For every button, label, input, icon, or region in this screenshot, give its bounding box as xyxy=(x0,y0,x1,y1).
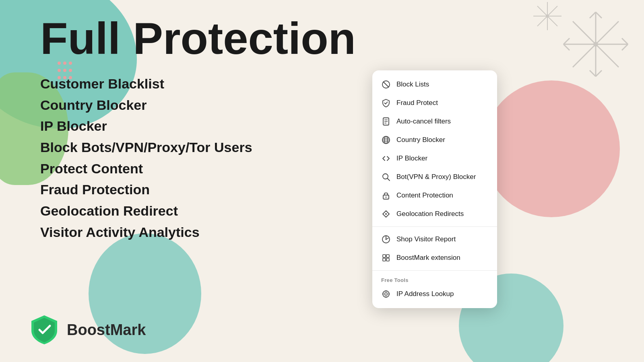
page-title: Full Protection xyxy=(40,16,523,61)
logo-icon xyxy=(28,314,60,346)
menu-item-fraud-protect-label: Fraud Protect xyxy=(396,99,438,107)
diamond-icon xyxy=(381,209,391,219)
menu-item-country-blocker[interactable]: Country Blocker xyxy=(372,131,497,149)
menu-item-ip-blocker-label: IP Blocker xyxy=(396,154,427,162)
menu-item-auto-cancel[interactable]: Auto-cancel filters xyxy=(372,112,497,131)
svg-line-7 xyxy=(596,70,602,76)
svg-rect-37 xyxy=(386,255,389,257)
menu-item-auto-cancel-label: Auto-cancel filters xyxy=(396,117,451,125)
stats-icon xyxy=(381,234,391,244)
menu-item-bot-blocker[interactable]: Bot(VPN & Proxy) Blocker xyxy=(372,168,497,186)
menu-item-block-lists[interactable]: Block Lists xyxy=(372,75,497,94)
svg-line-11 xyxy=(622,44,628,50)
svg-line-6 xyxy=(590,70,596,76)
menu-item-ip-blocker[interactable]: IP Blocker xyxy=(372,149,497,168)
menu-item-geolocation-redirects[interactable]: Geolocation Redirects xyxy=(372,205,497,223)
menu-item-boostmark-extension-label: BoostMark extension xyxy=(396,254,460,262)
lock-icon xyxy=(381,191,391,200)
svg-line-15 xyxy=(537,6,557,26)
menu-item-content-protection[interactable]: Content Protection xyxy=(372,186,497,205)
menu-item-boostmark-extension[interactable]: BoostMark extension xyxy=(372,249,497,267)
svg-line-10 xyxy=(622,38,628,44)
grid-icon xyxy=(381,253,391,263)
menu-item-shop-visitor-report[interactable]: Shop Visitor Report xyxy=(372,230,497,249)
menu-item-fraud-protect[interactable]: Fraud Protect xyxy=(372,94,497,112)
svg-point-33 xyxy=(385,213,387,215)
menu-item-shop-visitor-report-label: Shop Visitor Report xyxy=(396,235,456,243)
svg-point-17 xyxy=(546,14,549,18)
svg-line-3 xyxy=(573,21,619,67)
block-icon xyxy=(381,80,391,89)
globe-icon xyxy=(381,135,391,145)
menu-item-content-protection-label: Content Protection xyxy=(396,191,453,200)
menu-divider-2 xyxy=(372,270,497,271)
code-icon xyxy=(381,154,391,163)
svg-line-5 xyxy=(596,12,602,18)
svg-line-16 xyxy=(537,6,557,26)
menu-divider-1 xyxy=(372,226,497,227)
svg-point-35 xyxy=(386,239,387,240)
svg-line-2 xyxy=(573,21,619,67)
svg-point-46 xyxy=(386,294,387,295)
menu-item-block-lists-label: Block Lists xyxy=(396,80,429,88)
svg-line-4 xyxy=(590,12,596,18)
snowflake-decoration xyxy=(523,0,644,105)
menu-item-ip-address-lookup[interactable]: IP Address Lookup xyxy=(372,285,497,303)
svg-point-32 xyxy=(386,197,387,198)
shield-check-icon xyxy=(381,98,391,108)
svg-line-9 xyxy=(564,44,570,50)
target-icon xyxy=(381,289,391,299)
search-icon xyxy=(381,172,391,182)
menu-item-country-blocker-label: Country Blocker xyxy=(396,136,445,144)
menu-item-ip-address-lookup-label: IP Address Lookup xyxy=(396,290,454,298)
svg-rect-36 xyxy=(383,255,386,257)
svg-rect-38 xyxy=(383,258,386,261)
svg-rect-39 xyxy=(386,258,389,261)
menu-item-bot-blocker-label: Bot(VPN & Proxy) Blocker xyxy=(396,173,476,181)
svg-line-30 xyxy=(388,179,390,181)
menu-section-free-tools: Free Tools xyxy=(372,274,497,285)
dropdown-menu: Block Lists Fraud Protect Auto-cancel fi… xyxy=(372,70,497,308)
svg-line-19 xyxy=(383,82,389,87)
doc-icon xyxy=(381,117,391,126)
svg-point-12 xyxy=(593,42,598,47)
logo-text: BoostMark xyxy=(67,321,146,339)
logo-area: BoostMark xyxy=(28,314,146,346)
menu-item-geolocation-redirects-label: Geolocation Redirects xyxy=(396,210,464,218)
svg-line-8 xyxy=(564,38,570,44)
